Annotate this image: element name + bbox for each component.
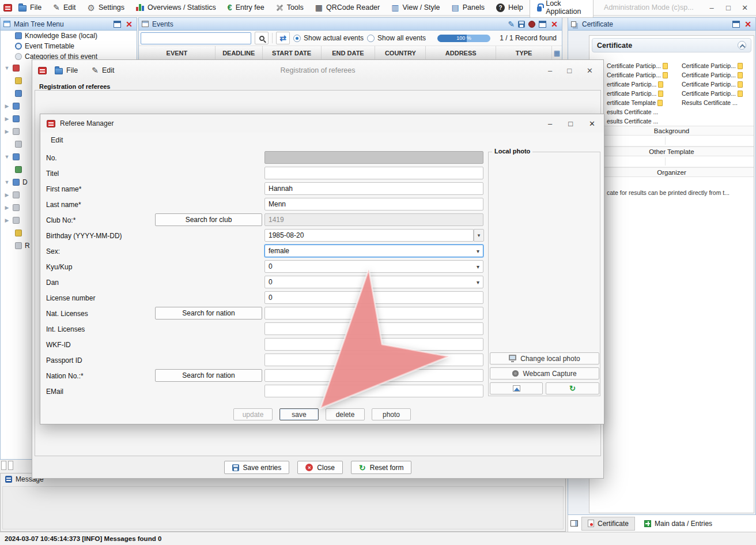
passport-id-field[interactable] bbox=[264, 354, 483, 366]
zoom-slider[interactable]: 100 % bbox=[437, 35, 490, 42]
column-deadline[interactable]: DEADLINE bbox=[216, 46, 263, 59]
open-photo-button[interactable] bbox=[490, 382, 543, 394]
menu-tools[interactable]: Tools bbox=[271, 2, 309, 13]
refresh-button[interactable]: ⇄ bbox=[276, 32, 290, 44]
menu-help[interactable]: ?Help bbox=[491, 2, 528, 14]
menu-panels[interactable]: ▤Panels bbox=[447, 2, 490, 13]
column-options-icon[interactable]: ▦ bbox=[552, 46, 562, 59]
search-for-nation-button[interactable]: Search for nation bbox=[155, 307, 262, 320]
chevron-right-icon[interactable]: ▶ bbox=[4, 205, 10, 211]
manager-title-bar[interactable]: Referee Manager – □ ✕ bbox=[40, 114, 604, 133]
dialog-title-bar[interactable]: Registration of referees File ✎Edit – □ … bbox=[32, 60, 603, 81]
chevron-down-icon[interactable]: ▼ bbox=[4, 65, 10, 71]
maximize-window-button[interactable]: □ bbox=[720, 3, 736, 12]
template-link[interactable]: Certificate Particip... bbox=[607, 62, 679, 69]
certificate-accordion-header[interactable]: Certificate bbox=[592, 38, 751, 52]
birthday-field[interactable] bbox=[264, 229, 474, 242]
column-address[interactable]: ADDRESS bbox=[426, 46, 496, 59]
reset-form-button[interactable]: ↻Reset form bbox=[351, 461, 411, 474]
template-link[interactable]: esults Certificate ... bbox=[607, 108, 679, 115]
manager-close-button[interactable]: ✕ bbox=[589, 119, 595, 128]
nation-no-field[interactable] bbox=[264, 369, 483, 382]
edit-record-icon[interactable]: ✎ bbox=[508, 20, 515, 28]
reload-photo-button[interactable]: ↻ bbox=[546, 382, 599, 394]
template-link[interactable]: Certificate Particip... bbox=[682, 72, 752, 78]
int-licenses-field[interactable] bbox=[264, 322, 483, 335]
template-link[interactable]: Certificate Particip... bbox=[682, 81, 752, 88]
titel-field[interactable] bbox=[264, 167, 483, 179]
save-button[interactable]: save bbox=[279, 408, 319, 420]
template-link[interactable]: ertificate Particip... bbox=[607, 90, 679, 97]
menu-file[interactable]: File bbox=[13, 2, 47, 13]
events-search-input[interactable] bbox=[141, 32, 251, 44]
no-field[interactable] bbox=[264, 151, 483, 164]
menu-qrcode[interactable]: ▦QRCode Reader bbox=[310, 2, 385, 13]
chevron-right-icon[interactable]: ▶ bbox=[4, 116, 10, 122]
template-link[interactable]: esults Certificate ... bbox=[607, 118, 679, 125]
birthday-dropdown-button[interactable]: ▾ bbox=[474, 229, 484, 242]
panel-layout-icon[interactable] bbox=[570, 520, 578, 527]
tree-maximize-button[interactable] bbox=[114, 21, 121, 28]
tree-item-knowledge-base[interactable]: Knowledge Base (local) bbox=[1, 31, 137, 41]
dialog-menu-file[interactable]: File bbox=[49, 64, 84, 77]
events-close-button[interactable]: ✕ bbox=[550, 20, 559, 28]
chevron-right-icon[interactable]: ▶ bbox=[4, 129, 10, 134]
events-maximize-button[interactable] bbox=[539, 21, 546, 28]
close-dialog-button[interactable]: ×Close bbox=[297, 461, 343, 474]
dialog-close-button[interactable]: ✕ bbox=[587, 66, 593, 75]
menu-edit[interactable]: ✎Edit bbox=[48, 2, 81, 13]
chevron-right-icon[interactable]: ▶ bbox=[4, 103, 10, 109]
tree-close-button[interactable]: ✕ bbox=[124, 20, 134, 28]
menu-overviews[interactable]: Overviews / Statistics bbox=[131, 2, 221, 13]
column-start-date[interactable]: START DATE bbox=[263, 46, 322, 59]
delete-button[interactable]: delete bbox=[326, 408, 365, 420]
manager-maximize-button[interactable]: □ bbox=[568, 119, 573, 128]
menu-entry-fee[interactable]: €Entry fee bbox=[222, 2, 270, 13]
search-for-nation-button[interactable]: Search for nation bbox=[155, 369, 262, 382]
save-record-icon[interactable] bbox=[518, 21, 525, 28]
stop-icon[interactable] bbox=[528, 21, 535, 28]
tab-certificate[interactable]: Certificate bbox=[581, 517, 635, 531]
column-type[interactable]: TYPE bbox=[496, 46, 552, 59]
menu-settings[interactable]: ⚙Settings bbox=[82, 2, 130, 14]
minimize-window-button[interactable]: – bbox=[704, 3, 720, 12]
email-field[interactable] bbox=[264, 385, 483, 397]
webcam-capture-button[interactable]: Webcam Capture bbox=[490, 367, 599, 379]
change-local-photo-button[interactable]: Change local photo bbox=[490, 352, 599, 364]
manager-menu-edit[interactable]: Edit bbox=[51, 136, 63, 144]
nat-licenses-field[interactable] bbox=[264, 307, 483, 320]
chevron-down-icon[interactable]: ▼ bbox=[4, 154, 10, 160]
template-link[interactable]: ertificate Template bbox=[607, 99, 679, 106]
dialog-menu-edit[interactable]: ✎Edit bbox=[86, 64, 120, 77]
update-button[interactable]: update bbox=[233, 408, 273, 420]
template-link[interactable]: Certificate Particip... bbox=[682, 62, 752, 69]
certificate-maximize-button[interactable] bbox=[732, 21, 740, 28]
chevron-right-icon[interactable]: ▶ bbox=[4, 217, 10, 223]
dialog-minimize-button[interactable]: – bbox=[548, 66, 552, 75]
template-link[interactable]: Certificate Particip... bbox=[607, 72, 679, 78]
kyu-kup-combobox[interactable]: 0▾ bbox=[264, 260, 483, 273]
search-button[interactable] bbox=[255, 32, 269, 44]
sex-combobox[interactable]: female▾ bbox=[264, 245, 483, 257]
last-name-field[interactable] bbox=[264, 198, 483, 211]
save-entries-button[interactable]: Save entries bbox=[224, 461, 290, 474]
dan-combobox[interactable]: 0▾ bbox=[264, 276, 483, 288]
license-number-field[interactable] bbox=[264, 291, 483, 304]
radio-show-all-events[interactable]: Show all events bbox=[367, 34, 426, 42]
chevron-right-icon[interactable]: ▶ bbox=[4, 192, 10, 198]
template-link[interactable]: Results Certificate ... bbox=[682, 99, 752, 106]
template-link[interactable]: Certificate Particip... bbox=[682, 90, 752, 97]
certificate-close-button[interactable]: ✕ bbox=[743, 20, 753, 28]
column-event[interactable]: EVENT bbox=[139, 46, 216, 59]
template-link[interactable]: ertificate Particip... bbox=[607, 81, 679, 88]
dialog-maximize-button[interactable]: □ bbox=[567, 66, 572, 75]
column-end-date[interactable]: END DATE bbox=[322, 46, 376, 59]
radio-show-actual-events[interactable]: Show actual events bbox=[293, 34, 364, 42]
club-no-field[interactable] bbox=[264, 213, 483, 226]
search-for-club-button[interactable]: Search for club bbox=[155, 213, 262, 226]
first-name-field[interactable] bbox=[264, 182, 483, 195]
wkf-id-field[interactable] bbox=[264, 338, 483, 351]
photo-button[interactable]: photo bbox=[372, 408, 411, 420]
collapse-chevron-icon[interactable] bbox=[738, 41, 746, 50]
manager-minimize-button[interactable]: – bbox=[548, 119, 552, 128]
